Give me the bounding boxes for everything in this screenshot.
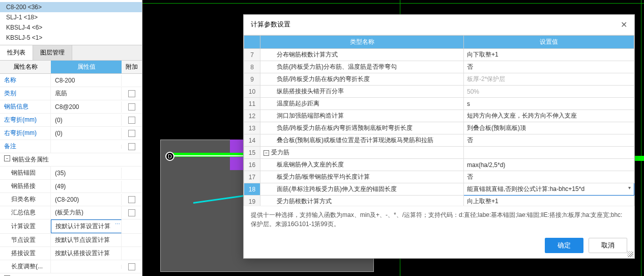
param-type[interactable]: 分布钢筋根数计算方式 <box>260 49 464 61</box>
calc-params-dialog: 计算参数设置 ✕ 类型名称 设置值 7分布钢筋根数计算方式向下取整+18负筋(跨… <box>243 14 635 259</box>
dropdown-icon[interactable]: ▾ <box>628 185 631 190</box>
prop-val-calc-settings[interactable]: 按默认计算设置计算⋯ <box>51 219 122 233</box>
more-icon[interactable]: ⋯ <box>115 221 120 227</box>
prop-val[interactable]: C8-200 <box>51 75 122 86</box>
tree-item[interactable]: KBSLJ-5 <1> <box>0 33 142 43</box>
help-text: 提供十一种选择，支持输入函数为max、min及+、-、*、/运算符；支持代码：d… <box>244 206 634 233</box>
collapse-icon[interactable]: − <box>4 155 10 161</box>
param-value[interactable]: 板厚-2*保护层 <box>464 73 634 86</box>
row-number[interactable]: 15 <box>244 147 260 159</box>
ok-button[interactable]: 确定 <box>545 238 583 253</box>
extra-checkbox[interactable] <box>128 103 135 111</box>
extra-checkbox[interactable] <box>128 196 135 203</box>
cancel-button[interactable]: 取消 <box>589 238 627 253</box>
param-type[interactable]: 受力筋根数计算方式 <box>260 196 464 206</box>
param-value[interactable]: 否 <box>464 171 634 183</box>
row-number[interactable]: 19 <box>244 196 260 206</box>
row-number[interactable]: 9 <box>244 73 260 86</box>
prop-val[interactable]: (0) <box>51 128 122 139</box>
extra-checkbox[interactable] <box>128 209 135 216</box>
row-number[interactable]: 16 <box>244 159 260 171</box>
close-icon[interactable]: ✕ <box>621 20 627 30</box>
dialog-body: 类型名称 设置值 7分布钢筋根数计算方式向下取整+18负筋(跨板受力筋)分布筋、… <box>244 35 634 206</box>
col-value: 设置值 <box>464 36 634 49</box>
param-type[interactable]: 温度筋起步距离 <box>260 98 464 110</box>
param-type[interactable]: 面筋(单标注跨板受力筋)伸入支座的锚固长度 <box>260 183 464 196</box>
prop-key: 类别 <box>0 87 51 100</box>
group-rebar-biz[interactable]: −钢筋业务属性 <box>0 153 142 167</box>
row-number[interactable]: 13 <box>244 122 260 134</box>
prop-val[interactable] <box>51 145 122 149</box>
prop-val[interactable]: C8@200 <box>51 101 122 113</box>
axis-vertical <box>641 0 641 276</box>
left-panel: C8-200 <36> SLJ-1 <18> KBSLJ-4 <6> KBSLJ… <box>0 0 142 276</box>
prop-key: 搭接设置 <box>0 247 51 260</box>
tree-item[interactable]: KBSLJ-4 <6> <box>0 22 142 33</box>
dialog-title-text: 计算参数设置 <box>251 20 290 30</box>
group-display[interactable]: +显示样式 <box>0 273 142 276</box>
tree-item[interactable]: C8-200 <36> <box>0 2 142 12</box>
param-value[interactable]: 否 <box>464 134 634 147</box>
extra-checkbox[interactable] <box>128 263 135 270</box>
axis-horizontal <box>142 3 644 4</box>
resize-grip-icon[interactable] <box>627 251 633 257</box>
prop-val[interactable]: 按默认搭接设置计算 <box>51 247 122 260</box>
col-type: 类型名称 <box>260 36 464 49</box>
prop-key: 钢筋信息 <box>0 100 51 113</box>
param-value[interactable]: 能直锚就直锚,否则按公式计算:ha-bhc+15*d▾ <box>464 183 634 196</box>
prop-val[interactable]: 底筋 <box>51 87 122 100</box>
param-type[interactable]: 纵筋搭接接头错开百分率 <box>260 86 464 98</box>
param-type[interactable]: 负筋/跨板受力筋在板内的弯折长度 <box>260 73 464 86</box>
row-number[interactable]: 14 <box>244 134 260 147</box>
row-number[interactable]: 12 <box>244 110 260 122</box>
param-type[interactable]: −受力筋 <box>260 147 464 159</box>
prop-key: 计算设置 <box>0 220 51 233</box>
tree-item[interactable]: SLJ-1 <18> <box>0 12 142 22</box>
param-type[interactable]: 负筋(跨板受力筋)分布筋、温度筋是否带弯勾 <box>260 61 464 73</box>
prop-val[interactable]: (C8-200) <box>51 194 122 205</box>
dialog-titlebar[interactable]: 计算参数设置 ✕ <box>244 15 634 35</box>
col-extra: 附加 <box>122 61 142 73</box>
param-value[interactable]: s <box>464 98 634 110</box>
param-type[interactable]: 板受力筋/板带钢筋按平均长度计算 <box>260 171 464 183</box>
prop-key: 归类名称 <box>0 193 51 206</box>
tab-layers[interactable]: 图层管理 <box>33 45 72 60</box>
param-value[interactable]: 向下取整+1 <box>464 49 634 61</box>
param-type[interactable]: 洞口加强筋端部构造计算 <box>260 110 464 122</box>
col-name: 属性名称 <box>0 61 51 73</box>
prop-key: 汇总信息 <box>0 206 51 219</box>
axis-label-d: D <box>165 152 174 161</box>
tab-properties[interactable]: 性列表 <box>0 45 33 60</box>
prop-val[interactable]: (49) <box>51 181 122 192</box>
row-number[interactable]: 10 <box>244 86 260 98</box>
param-value[interactable]: max(ha/2,5*d) <box>464 159 634 171</box>
prop-key: 右弯折(mm) <box>0 127 51 140</box>
param-value[interactable]: 否 <box>464 61 634 73</box>
param-type[interactable]: 板底钢筋伸入支座的长度 <box>260 159 464 171</box>
row-number[interactable]: 8 <box>244 61 260 73</box>
param-value[interactable]: 到叠合板(预制底板)顶 <box>464 122 634 134</box>
param-type[interactable]: 负筋/跨板受力筋在板内弯折遇预制底板时弯折长度 <box>260 122 464 134</box>
prop-val[interactable] <box>51 265 122 269</box>
group-label: 钢筋业务属性 <box>12 155 49 164</box>
row-number[interactable]: 7 <box>244 49 260 61</box>
extra-checkbox[interactable] <box>128 143 135 150</box>
prop-val[interactable]: 按默认节点设置计算 <box>51 234 122 246</box>
extra-checkbox[interactable] <box>128 130 135 137</box>
params-table: 类型名称 设置值 7分布钢筋根数计算方式向下取整+18负筋(跨板受力筋)分布筋、… <box>244 35 634 206</box>
collapse-icon[interactable]: − <box>264 150 269 156</box>
row-number[interactable]: 11 <box>244 98 260 110</box>
prop-val[interactable]: (板受力筋) <box>51 206 122 219</box>
param-value[interactable]: 短跨方向伸入支座，长跨方向不伸入支座 <box>464 110 634 122</box>
extra-checkbox[interactable] <box>128 90 135 97</box>
param-value[interactable]: 向上取整+1 <box>464 196 634 206</box>
row-number[interactable]: 18 <box>244 183 260 196</box>
prop-key: 长度调整(... <box>0 260 51 273</box>
param-value[interactable] <box>464 147 634 159</box>
prop-val[interactable]: (35) <box>51 168 122 179</box>
param-value[interactable]: 50% <box>464 86 634 98</box>
row-number[interactable]: 17 <box>244 171 260 183</box>
extra-checkbox[interactable] <box>128 117 135 124</box>
prop-val[interactable]: (0) <box>51 115 122 126</box>
param-type[interactable]: 叠合板(预制底板)或板缝位置是否计算现浇板马凳筋和拉筋 <box>260 134 464 147</box>
